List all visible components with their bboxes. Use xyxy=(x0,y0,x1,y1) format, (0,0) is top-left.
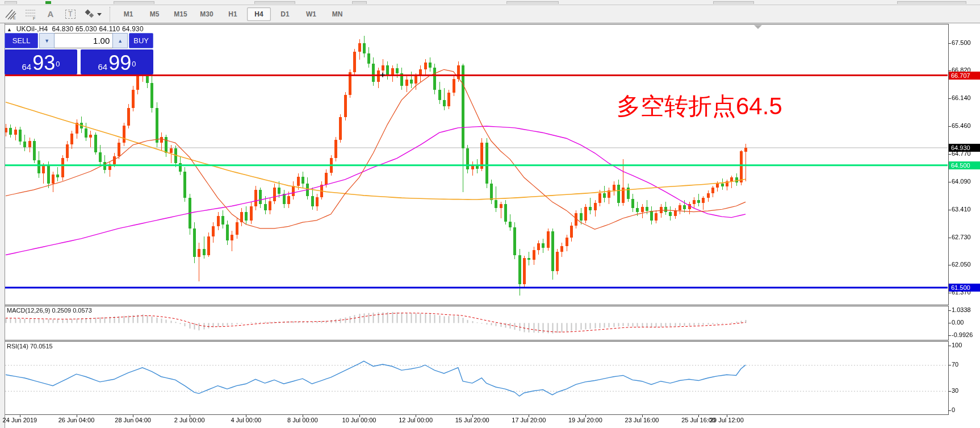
price-line-badge: 61.500 xyxy=(949,284,980,292)
price-line-badge: 66.707 xyxy=(949,72,980,80)
one-click-trading-panel: SELL ▼ ▲ BUY 64930 64990 xyxy=(5,33,153,74)
clipped-button xyxy=(897,1,966,4)
sell-button[interactable]: SELL xyxy=(5,33,38,48)
timeframe-mn[interactable]: MN xyxy=(325,7,349,21)
symbol-ohlc-header: ▲ UKOil-,H4 64.830 65.030 64.110 64.930 xyxy=(7,25,144,33)
ask-big-figure: 64 xyxy=(98,61,108,73)
price-line-badge: 64.930 xyxy=(949,144,980,152)
arrows-tool-icon[interactable] xyxy=(81,6,105,22)
symbol-name: UKOil-,H4 xyxy=(16,25,48,33)
price-tick-label: 65.460 xyxy=(952,122,971,129)
clipped-button xyxy=(506,1,559,4)
ask-pips: 99 xyxy=(108,53,131,73)
svg-text:F: F xyxy=(33,16,35,20)
ohlc-values: 64.830 65.030 64.110 64.930 xyxy=(52,25,144,33)
label-tool-icon[interactable]: T xyxy=(61,6,79,22)
svg-text:E: E xyxy=(13,16,16,20)
chart-window[interactable]: ▲ UKOil-,H4 64.830 65.030 64.110 64.930 … xyxy=(0,23,980,428)
price-tick-label: 66.140 xyxy=(952,94,971,101)
timeframe-d1[interactable]: D1 xyxy=(273,7,297,21)
timeframe-buttons: M1M5M15M30H1H4D1W1MN xyxy=(116,7,351,21)
time-tick-label: 24 Jun 2019 xyxy=(3,417,37,423)
timeframe-h1[interactable]: H1 xyxy=(221,7,245,21)
collapse-arrow-icon[interactable]: ▲ xyxy=(7,27,12,32)
clipped-icon-green xyxy=(45,1,51,4)
price-tick-label: 62.050 xyxy=(952,261,971,268)
timeframe-w1[interactable]: W1 xyxy=(299,7,323,21)
time-tick-label: 23 Jul 16:00 xyxy=(625,417,659,423)
time-tick-label: 2 Jul 00:00 xyxy=(174,417,205,423)
timeframe-m1[interactable]: M1 xyxy=(116,7,140,21)
rsi-label: RSI(14) 70.0515 xyxy=(7,343,53,350)
time-tick-label: 8 Jul 00:00 xyxy=(287,417,318,423)
fibonacci-icon[interactable]: F xyxy=(22,6,40,22)
drawing-toolbar: E F A T M1M5M15M30H1H4D1W1MN xyxy=(0,5,980,23)
rsi-tick-label: 0 xyxy=(952,406,955,413)
price-tick-label: 64.090 xyxy=(952,178,971,185)
time-tick-label: 15 Jul 20:00 xyxy=(455,417,489,423)
price-tick-label: 62.730 xyxy=(952,234,971,240)
time-tick-label: 10 Jul 00:00 xyxy=(342,417,376,423)
time-tick-label: 19 Jul 20:00 xyxy=(568,417,602,423)
time-tick-label: 17 Jul 20:00 xyxy=(512,417,546,423)
time-tick-label: 26 Jun 04:00 xyxy=(58,417,95,423)
clipped-button xyxy=(5,1,17,4)
text-tool-icon[interactable]: A xyxy=(41,6,60,22)
ask-price-tile[interactable]: 64990 xyxy=(81,49,153,74)
timeframe-m30[interactable]: M30 xyxy=(195,7,219,21)
trading-terminal: E F A T M1M5M15M30H1H4D1W1MN xyxy=(0,0,980,428)
bid-pips: 93 xyxy=(32,53,55,73)
price-line-badge: 64.500 xyxy=(949,161,980,169)
clipped-button xyxy=(254,1,295,4)
timeframe-m5[interactable]: M5 xyxy=(143,7,166,21)
rsi-tick-label: 100 xyxy=(952,342,962,348)
price-tick-label: 63.410 xyxy=(952,206,971,213)
ask-pipette: 0 xyxy=(132,56,136,73)
timeframe-h4[interactable]: H4 xyxy=(247,7,271,21)
bid-big-figure: 64 xyxy=(22,61,32,73)
volume-increase-button[interactable]: ▲ xyxy=(112,33,128,48)
macd-tick-label: -0.9926 xyxy=(952,331,973,338)
time-tick-label: 12 Jul 00:00 xyxy=(399,417,433,423)
price-tick-label: 67.500 xyxy=(952,39,971,46)
clipped-button xyxy=(352,1,367,4)
clipped-button xyxy=(713,1,754,4)
rsi-tick-label: 70 xyxy=(952,361,958,368)
time-tick-label: 4 Jul 00:00 xyxy=(231,417,261,423)
bid-price-tile[interactable]: 64930 xyxy=(5,49,77,74)
window-left-border xyxy=(0,23,5,428)
volume-decrease-button[interactable]: ▼ xyxy=(39,33,55,48)
buy-button[interactable]: BUY xyxy=(129,33,153,48)
rsi-tick-label: 30 xyxy=(952,387,958,394)
bid-pipette: 0 xyxy=(56,56,60,73)
chart-annotation-text: 多空转折点64.5 xyxy=(617,90,782,122)
equidistant-channel-icon[interactable]: E xyxy=(2,6,20,22)
toolbar-separator xyxy=(110,7,114,22)
volume-input[interactable] xyxy=(55,33,112,48)
macd-label: MACD(12,26,9) 0.2509 0.0573 xyxy=(7,307,92,314)
macd-tick-label: 0.00 xyxy=(952,319,964,326)
price-chart-canvas[interactable] xyxy=(0,23,980,428)
time-tick-label: 28 Jun 04:00 xyxy=(115,417,151,423)
macd-tick-label: 1.0338 xyxy=(952,306,971,313)
timeframe-m15[interactable]: M15 xyxy=(169,7,192,21)
toolbar-overflow-strip xyxy=(0,0,980,5)
time-tick-label: 29 Jul 12:00 xyxy=(710,417,744,423)
clipped-button xyxy=(114,1,154,4)
